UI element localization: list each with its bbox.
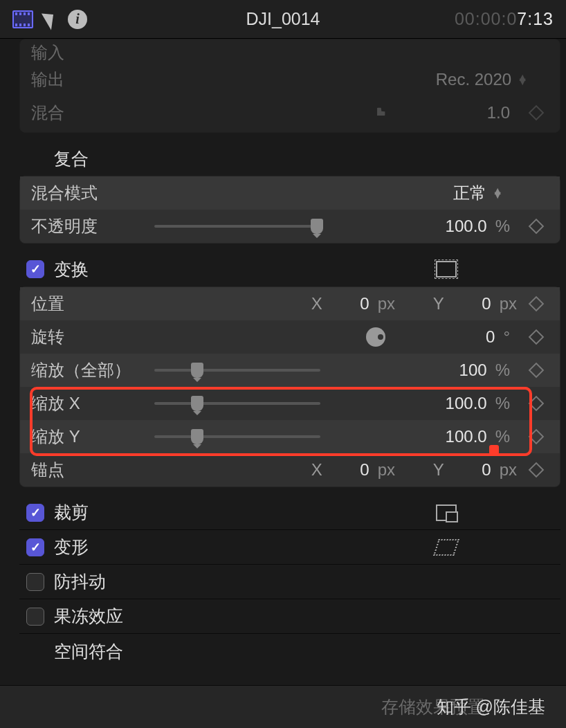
rotation-label: 旋转 [31, 326, 149, 348]
stabilize-title: 防抖动 [54, 570, 106, 593]
timecode-display: 00:00:07:13 [455, 9, 554, 29]
transform-title: 变换 [54, 258, 89, 281]
opacity-slider[interactable] [154, 225, 320, 228]
scale-all-label: 缩放（全部） [31, 359, 149, 381]
info-tab-icon[interactable]: i [68, 10, 87, 29]
distort-icon[interactable] [436, 539, 457, 556]
scale-x-slider[interactable] [154, 402, 320, 405]
crop-checkbox[interactable] [26, 504, 44, 522]
keyframe-icon[interactable] [529, 329, 545, 345]
opacity-value[interactable]: 100.0 [446, 217, 487, 236]
highlight-dot [489, 445, 499, 455]
transform-icon[interactable] [436, 261, 457, 277]
scale-x-value[interactable]: 100.0 [446, 394, 487, 413]
keyframe-icon[interactable] [529, 105, 545, 121]
blend-mode-label: 混合模式 [31, 182, 149, 204]
anchor-label: 锚点 [31, 459, 149, 481]
heart-icon [372, 105, 388, 121]
scale-y-value[interactable]: 100.0 [446, 427, 487, 446]
transform-checkbox[interactable] [26, 260, 44, 278]
scale-y-slider[interactable] [154, 435, 320, 438]
video-tab-icon[interactable] [42, 8, 60, 30]
keyframe-icon[interactable] [529, 462, 545, 478]
pos-y-value[interactable]: 0 [450, 294, 491, 313]
crop-title: 裁剪 [54, 501, 89, 524]
output-label: 输出 [31, 69, 149, 91]
opacity-label: 不透明度 [31, 215, 149, 237]
scale-all-slider[interactable] [154, 369, 320, 372]
scale-x-label: 缩放 X [31, 392, 149, 415]
keyframe-icon[interactable] [529, 219, 545, 235]
keyframe-icon[interactable] [529, 429, 545, 445]
blend-mode-select[interactable]: 正常 ▲▼ [453, 182, 503, 204]
spatial-title: 空间符合 [54, 640, 123, 663]
blend-value[interactable]: 1.0 [468, 103, 510, 122]
clip-tab-icon[interactable] [12, 10, 33, 28]
input-label: 输入 [31, 42, 149, 63]
keyframe-icon[interactable] [529, 363, 545, 379]
position-label: 位置 [31, 293, 149, 315]
distort-checkbox[interactable] [26, 538, 44, 556]
crop-icon[interactable] [436, 504, 457, 521]
keyframe-icon[interactable] [529, 396, 545, 412]
color-space-card: 输入 输出 Rec. 2020 ▲▼ 混合 1.0 [19, 39, 560, 133]
inspector-header: i DJI_0014 00:00:07:13 [0, 0, 566, 39]
transform-card: 位置 X 0 px Y 0 px 旋转 0 ° [19, 286, 560, 487]
rotation-dial[interactable] [366, 327, 385, 347]
composite-card: 混合模式 正常 ▲▼ 不透明度 100.0 % [19, 176, 560, 244]
stabilize-checkbox[interactable] [26, 573, 44, 591]
rotation-value[interactable]: 0 [453, 327, 495, 347]
output-select[interactable]: Rec. 2020 ▲▼ [436, 70, 528, 89]
scale-y-label: 缩放 Y [31, 426, 149, 448]
anchor-y-value[interactable]: 0 [450, 460, 491, 480]
distort-title: 变形 [54, 536, 89, 558]
footer-bar: 存储效果预置 知乎 @陈佳基 [0, 685, 566, 728]
blend-label: 混合 [31, 102, 149, 124]
rolling-title: 果冻效应 [54, 605, 123, 628]
anchor-x-value[interactable]: 0 [328, 460, 369, 480]
pos-x-value[interactable]: 0 [328, 294, 369, 313]
composite-title: 复合 [54, 147, 89, 170]
keyframe-icon[interactable] [529, 296, 545, 312]
watermark-text: 知乎 @陈佳基 [437, 695, 545, 718]
scale-all-value[interactable]: 100 [446, 361, 487, 380]
rolling-checkbox[interactable] [26, 608, 44, 626]
